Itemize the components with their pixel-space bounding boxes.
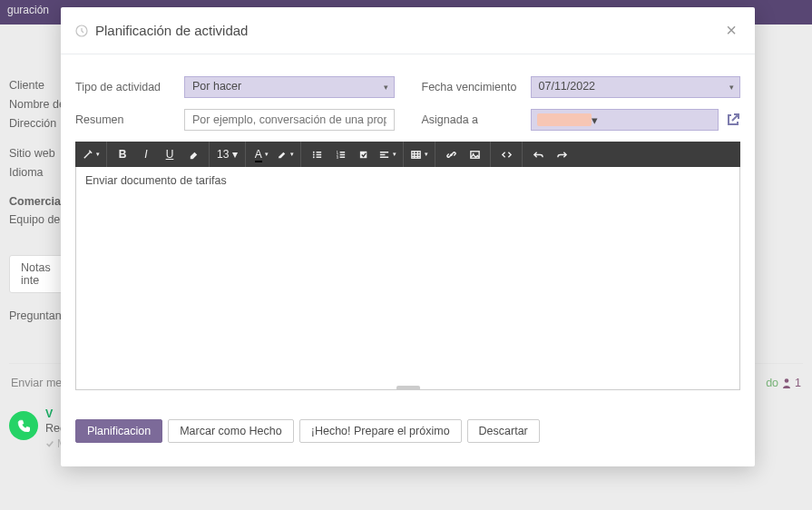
marcar-hecho-button[interactable]: Marcar como Hecho	[168, 419, 294, 443]
undo-icon	[533, 149, 544, 161]
code-view-button[interactable]	[494, 142, 518, 167]
undo-button[interactable]	[526, 142, 550, 167]
modal-title: Planificación de actividad	[95, 23, 722, 38]
richtext-editor[interactable]: Enviar documento de tarifas	[75, 167, 740, 390]
image-icon	[469, 149, 481, 161]
input-fecha-vencimiento[interactable]: 07/11/2022 ▾	[531, 76, 741, 98]
svg-point-0	[785, 378, 789, 383]
fontsize-dropdown[interactable]: 13▾	[213, 148, 241, 161]
chatter-send-tab[interactable]: Enviar men	[11, 377, 68, 389]
modal-header: Planificación de actividad ×	[61, 7, 755, 54]
redo-button[interactable]	[550, 142, 573, 167]
input-resumen[interactable]	[184, 109, 395, 131]
highlight-color-dropdown[interactable]: ▾	[273, 142, 297, 167]
label-resumen: Resumen	[75, 113, 184, 126]
eraser-icon	[188, 149, 200, 161]
richtext-toolbar: ▾ B I U 13▾ A▾ ▾ 123 ▾ ▾	[75, 142, 740, 167]
svg-point-4	[313, 156, 315, 158]
modal-body: Tipo de actividad Por hacer ▾ Fecha venc…	[61, 54, 755, 401]
align-icon	[378, 149, 390, 161]
svg-text:3: 3	[337, 156, 338, 160]
assignee-redacted	[537, 113, 592, 126]
activity-plan-modal: Planificación de actividad × Tipo de act…	[61, 7, 755, 466]
italic-button[interactable]: I	[134, 142, 158, 167]
table-dropdown[interactable]: ▾	[407, 142, 431, 167]
link-button[interactable]	[439, 142, 463, 167]
label-fecha-vencimiento: Fecha vencimiento	[422, 81, 531, 93]
align-dropdown[interactable]: ▾	[376, 142, 399, 167]
svg-rect-9	[412, 151, 420, 157]
bold-button[interactable]: B	[111, 142, 134, 167]
image-button[interactable]	[463, 142, 486, 167]
external-link-icon[interactable]	[726, 113, 740, 127]
checklist-icon	[358, 149, 370, 161]
unordered-list-button[interactable]	[305, 142, 328, 167]
avatar	[9, 411, 38, 440]
caret-down-icon: ▾	[384, 83, 388, 92]
person-icon	[782, 378, 791, 388]
label-tipo-actividad: Tipo de actividad	[75, 81, 184, 93]
caret-down-icon: ▾	[729, 83, 734, 92]
font-color-dropdown[interactable]: A▾	[249, 142, 273, 167]
select-tipo-actividad[interactable]: Por hacer ▾	[184, 76, 395, 98]
phone-icon	[17, 419, 30, 432]
caret-down-icon: ▾	[592, 113, 598, 127]
hecho-proximo-button[interactable]: ¡Hecho! Prepare el próximo	[299, 419, 462, 443]
modal-footer: Planificacion Marcar como Hecho ¡Hecho! …	[61, 401, 755, 466]
list-ol-icon: 123	[335, 149, 347, 161]
activity-icon	[75, 25, 88, 37]
code-icon	[501, 149, 513, 161]
close-button[interactable]: ×	[722, 20, 740, 41]
checklist-button[interactable]	[352, 142, 376, 167]
underline-button[interactable]: U	[158, 142, 181, 167]
style-dropdown[interactable]: ▾	[79, 142, 103, 167]
label-asignada: Asignada a	[422, 113, 531, 126]
planificacion-button[interactable]: Planificacion	[75, 419, 162, 443]
redo-icon	[556, 149, 568, 161]
ordered-list-button[interactable]: 123	[328, 142, 352, 167]
select-asignada[interactable]: ▾	[531, 109, 719, 131]
magic-icon	[82, 149, 93, 161]
followers-count[interactable]: do 1	[766, 377, 801, 389]
check-icon	[45, 439, 54, 448]
descartar-button[interactable]: Descartar	[467, 419, 540, 443]
resize-handle[interactable]	[396, 386, 420, 389]
svg-point-2	[313, 151, 315, 152]
link-icon	[445, 149, 457, 161]
list-ul-icon	[311, 149, 323, 161]
svg-point-3	[313, 153, 315, 155]
highlighter-icon	[276, 149, 288, 161]
table-icon	[410, 149, 422, 161]
clear-format-button[interactable]	[181, 142, 205, 167]
